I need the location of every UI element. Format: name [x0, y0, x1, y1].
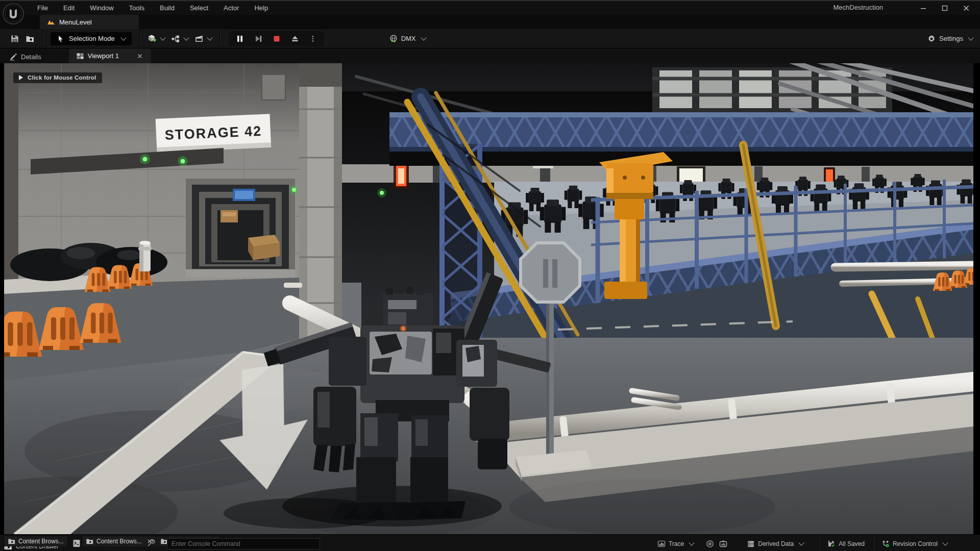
content-browser-tab-1[interactable]: Content Brows... [4, 536, 68, 546]
chevron-down-icon [421, 35, 426, 40]
panel-tab-strip: Details Viewport 1 [0, 48, 980, 63]
insights-icon[interactable] [706, 540, 714, 548]
tab-viewport-1[interactable]: Viewport 1 [69, 48, 151, 63]
status-bar: Content Drawer Content Brows... Content … [0, 534, 980, 551]
content-browse-button[interactable] [22, 32, 38, 45]
bollard [138, 241, 152, 271]
maximize-icon [941, 4, 949, 12]
revision-control-icon [881, 540, 890, 548]
save-button[interactable] [7, 32, 22, 45]
pause-button[interactable] [232, 33, 248, 45]
chevron-down-icon [968, 35, 973, 40]
browse-icon [26, 34, 35, 43]
unreal-logo-icon [3, 3, 24, 24]
menu-tools[interactable]: Tools [124, 3, 150, 13]
viewport-tab-label: Viewport 1 [88, 52, 119, 60]
cardboard-box [248, 235, 280, 260]
selection-mode-label: Selection Mode [69, 35, 115, 42]
unreal-logo[interactable] [3, 3, 24, 24]
menu-help[interactable]: Help [249, 3, 274, 13]
menu-build[interactable]: Build [154, 3, 180, 13]
eject-button[interactable] [287, 33, 303, 45]
status-bar-right: Trace Derived Data [651, 535, 980, 551]
menu-file[interactable]: File [32, 3, 54, 13]
stop-icon [272, 34, 281, 43]
derived-data-dropdown[interactable]: Derived Data [741, 535, 810, 551]
settings-gear-icon [927, 34, 936, 43]
play-options-kebab[interactable] [305, 33, 321, 44]
snapshot-icon[interactable] [719, 540, 727, 548]
chevron-down-icon [799, 540, 804, 545]
derived-data-icon [747, 540, 755, 548]
derived-data-label: Derived Data [758, 540, 794, 547]
details-icon [9, 53, 17, 61]
trace-label: Trace [669, 540, 684, 547]
menu-edit[interactable]: Edit [58, 3, 80, 13]
trace-icon [657, 540, 666, 548]
close-icon [962, 4, 970, 12]
wall-lamp [394, 163, 409, 189]
unreal-editor-window: File Edit Window Tools Build Select Acto… [0, 0, 980, 551]
cinematics-button[interactable] [191, 32, 215, 45]
console-command-input[interactable] [167, 538, 320, 549]
stop-button[interactable] [268, 33, 285, 45]
tab-details[interactable]: Details [2, 50, 48, 63]
selection-mode-dropdown[interactable]: Selection Mode [51, 32, 132, 45]
eject-icon [290, 34, 300, 43]
toolbar-separator [219, 33, 220, 44]
viewport-scene: STORAGE 42 [4, 63, 973, 534]
frame-skip-button[interactable] [250, 33, 266, 45]
output-log-icon[interactable] [72, 539, 81, 548]
settings-label: Settings [939, 35, 963, 42]
level-icon [47, 18, 55, 26]
viewport-grid-icon [76, 52, 84, 60]
content-browser-icon [86, 537, 94, 545]
menu-select[interactable]: Select [184, 3, 214, 13]
title-bar: File Edit Window Tools Build Select Acto… [0, 0, 980, 15]
add-actor-icon [148, 34, 157, 43]
play-controls [229, 31, 324, 46]
all-saved-button[interactable]: All Saved [819, 535, 873, 551]
chevron-down-icon [689, 540, 695, 545]
mouse-control-hint-label: Click for Mouse Control [28, 74, 96, 81]
blueprints-icon [171, 34, 180, 43]
save-icon [10, 34, 19, 43]
close-button[interactable] [955, 1, 977, 15]
main-toolbar: Selection Mode [0, 29, 980, 48]
add-actor-button[interactable] [144, 32, 168, 45]
window-title: MechDestruction [833, 4, 883, 11]
all-saved-label: All Saved [839, 540, 865, 547]
content-browser-tab-label: Content Brows... [18, 538, 64, 545]
close-tab-icon[interactable] [136, 52, 144, 60]
maximize-button[interactable] [934, 1, 955, 15]
kebab-icon [309, 35, 317, 43]
pause-icon [235, 34, 244, 43]
corridor [186, 179, 295, 278]
chevron-down-icon [160, 35, 165, 40]
toolbar-separator [139, 33, 140, 44]
chevron-down-icon [120, 35, 126, 40]
blueprints-button[interactable] [168, 32, 191, 45]
revision-control-label: Revision Control [893, 540, 938, 547]
content-browser-tab-label: Content Brows... [96, 538, 142, 545]
pillar [299, 63, 342, 343]
mouse-control-hint[interactable]: Click for Mouse Control [13, 72, 102, 83]
menu-window[interactable]: Window [84, 3, 119, 13]
window-controls [913, 1, 977, 15]
dmx-dropdown[interactable]: DMX [389, 34, 426, 43]
menu-bar: File Edit Window Tools Build Select Acto… [32, 3, 274, 13]
settings-dropdown[interactable]: Settings [927, 34, 973, 43]
trace-dropdown[interactable]: Trace [651, 535, 700, 551]
cursor-icon [57, 35, 65, 43]
dmx-label: DMX [401, 35, 416, 42]
dmx-icon [389, 34, 398, 43]
content-browser-tab-2[interactable]: Content Brows... [82, 536, 157, 546]
menu-actor[interactable]: Actor [218, 3, 244, 13]
tab-menulevel[interactable]: MenuLevel [40, 15, 139, 29]
minimize-button[interactable] [913, 1, 934, 15]
asset-tab-strip: MenuLevel [0, 15, 980, 29]
frame-skip-icon [254, 34, 263, 43]
cinematics-icon [194, 34, 204, 43]
viewport-canvas[interactable]: STORAGE 42 [0, 63, 980, 534]
revision-control-dropdown[interactable]: Revision Control [873, 535, 955, 551]
